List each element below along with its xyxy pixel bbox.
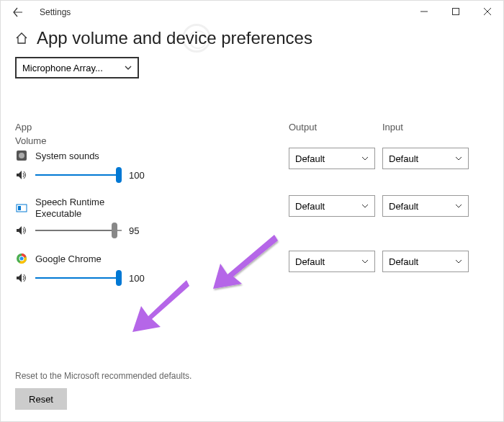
speaker-icon[interactable]	[15, 169, 28, 181]
chevron-down-icon	[455, 155, 462, 162]
speaker-icon[interactable]	[15, 272, 28, 284]
close-button[interactable]	[472, 1, 503, 22]
window-controls	[408, 1, 503, 22]
volume-value: 100	[129, 170, 150, 181]
volume-slider[interactable]	[35, 169, 122, 181]
titlebar: Settings	[1, 1, 503, 24]
app-row-google-chrome: Google Chrome Default Default	[1, 249, 503, 272]
app-name-label: Google Chrome	[35, 253, 102, 264]
home-icon[interactable]	[15, 32, 28, 48]
input-dropdown[interactable]: Default	[382, 148, 469, 169]
volume-slider-row: 95	[1, 225, 503, 249]
chevron-down-icon	[361, 258, 369, 265]
system-sounds-icon	[15, 149, 28, 162]
speaker-icon[interactable]	[15, 225, 28, 236]
svg-point-5	[19, 153, 24, 158]
window-title: Settings	[40, 7, 71, 17]
svg-point-10	[20, 257, 24, 261]
volume-slider[interactable]	[35, 225, 122, 236]
chevron-down-icon	[455, 258, 462, 265]
volume-slider[interactable]	[35, 272, 122, 284]
app-column-label: App	[15, 122, 289, 133]
back-button[interactable]	[9, 4, 27, 21]
page-header: App volume and device preferences	[1, 24, 503, 57]
app-name-label: Speech Runtime Executable	[35, 197, 122, 219]
page-title: App volume and device preferences	[37, 28, 312, 48]
reset-description: Reset to the Microsoft recommended defau…	[15, 371, 192, 381]
watermark-icon	[182, 24, 211, 53]
chevron-down-icon	[361, 202, 369, 210]
output-column-label: Output	[289, 122, 375, 133]
maximize-button[interactable]	[440, 1, 472, 22]
svg-rect-7	[18, 206, 21, 210]
output-dropdown[interactable]: Default	[289, 195, 375, 217]
app-row-speech-runtime: Speech Runtime Executable Default Defaul…	[1, 194, 503, 225]
chevron-down-icon	[125, 64, 132, 71]
volume-label: Volume	[1, 133, 503, 146]
chevron-down-icon	[361, 155, 369, 162]
microphone-dropdown-value: Microphone Array...	[22, 63, 103, 73]
speech-runtime-icon	[15, 202, 28, 215]
input-column-label: Input	[382, 122, 469, 133]
volume-slider-row: 100	[1, 272, 503, 297]
input-dropdown[interactable]: Default	[382, 251, 469, 272]
app-row-system-sounds: System sounds Default Default	[1, 146, 503, 169]
microphone-dropdown[interactable]: Microphone Array...	[15, 57, 139, 78]
volume-value: 95	[129, 225, 150, 236]
columns-header: App Output Input	[1, 115, 503, 133]
chrome-icon	[15, 252, 28, 265]
volume-value: 100	[129, 273, 150, 284]
output-dropdown[interactable]: Default	[289, 148, 375, 169]
output-dropdown[interactable]: Default	[289, 251, 375, 272]
reset-section: Reset to the Microsoft recommended defau…	[15, 371, 192, 410]
minimize-button[interactable]	[408, 1, 440, 22]
volume-slider-row: 100	[1, 169, 503, 194]
app-name-label: System sounds	[35, 151, 99, 161]
chevron-down-icon	[455, 202, 462, 210]
input-dropdown[interactable]: Default	[382, 195, 469, 217]
reset-button[interactable]: Reset	[15, 388, 67, 410]
svg-rect-1	[453, 9, 459, 15]
